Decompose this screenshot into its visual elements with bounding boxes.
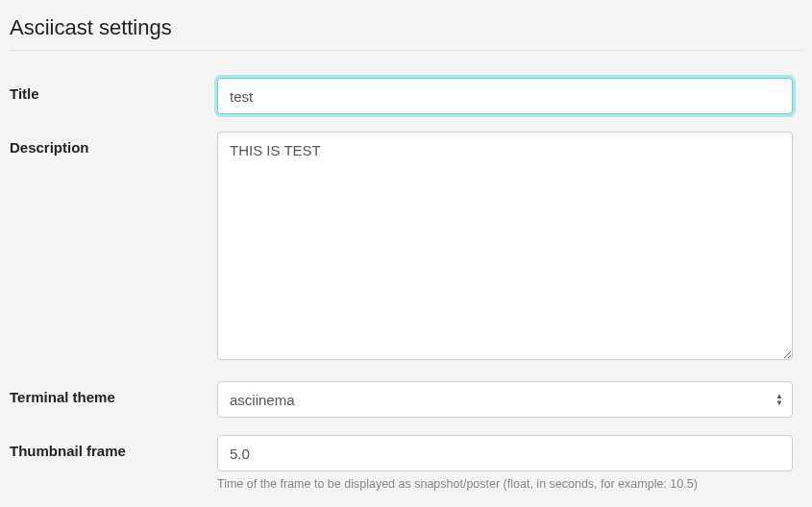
page-title: Asciicast settings <box>10 10 802 51</box>
terminal-theme-select[interactable]: asciinema <box>217 381 793 418</box>
title-label: Title <box>10 78 217 102</box>
title-input[interactable] <box>217 78 793 114</box>
terminal-theme-label: Terminal theme <box>10 381 217 405</box>
thumbnail-frame-label: Thumbnail frame <box>10 435 217 459</box>
thumbnail-frame-input[interactable] <box>217 435 793 471</box>
thumbnail-frame-help: Time of the frame to be displayed as sna… <box>217 477 793 491</box>
title-row: Title <box>10 78 802 114</box>
thumbnail-frame-row: Thumbnail frame Time of the frame to be … <box>10 435 802 491</box>
description-row: Description THIS IS TEST <box>10 132 802 364</box>
description-textarea[interactable]: THIS IS TEST <box>217 132 793 360</box>
terminal-theme-row: Terminal theme asciinema ▲ ▼ <box>10 381 802 418</box>
description-label: Description <box>10 132 217 156</box>
